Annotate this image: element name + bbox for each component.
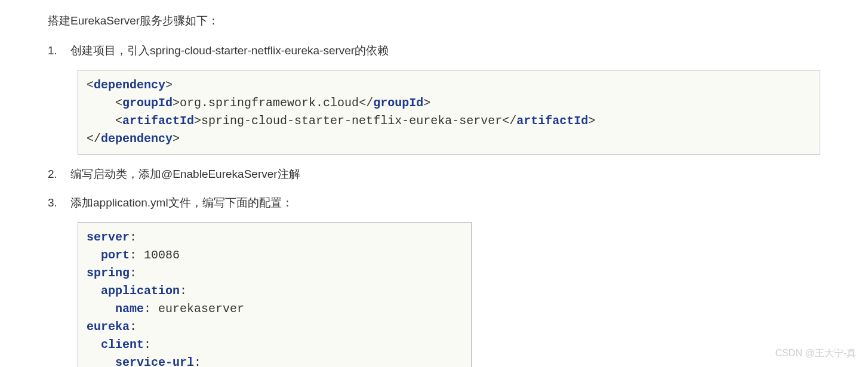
- step-1: 1. 创建项目，引入spring-cloud-starter-netflix-e…: [48, 42, 820, 154]
- step-1-text: 创建项目，引入spring-cloud-starter-netflix-eure…: [70, 42, 820, 60]
- step-3-header: 3. 添加application.yml文件，编写下面的配置：: [48, 194, 820, 212]
- xml-code-block: <dependency> <groupId>org.springframewor…: [78, 70, 820, 155]
- yaml-key: spring: [87, 266, 130, 280]
- step-1-header: 1. 创建项目，引入spring-cloud-starter-netflix-e…: [48, 42, 820, 60]
- xml-tag: groupId: [122, 96, 173, 110]
- yaml-key: eureka: [87, 320, 130, 334]
- xml-value: org.springframework.cloud: [180, 96, 359, 110]
- step-3: 3. 添加application.yml文件，编写下面的配置： server: …: [48, 194, 820, 367]
- xml-tag: dependency: [101, 132, 173, 146]
- yaml-key: port: [101, 248, 130, 262]
- step-3-number: 3.: [48, 194, 64, 212]
- intro-text: 搭建EurekaServer服务步骤如下：: [48, 12, 820, 30]
- step-3-text: 添加application.yml文件，编写下面的配置：: [70, 194, 820, 212]
- yaml-key: service-url: [115, 356, 194, 367]
- step-1-number: 1.: [48, 42, 64, 60]
- xml-tag: groupId: [373, 96, 423, 110]
- yaml-key: name: [115, 302, 144, 316]
- watermark: CSDN @王大宁-真: [775, 346, 856, 361]
- xml-value: spring-cloud-starter-netflix-eureka-serv…: [201, 114, 502, 128]
- yaml-key: server: [87, 230, 130, 244]
- step-2-header: 2. 编写启动类，添加@EnableEurekaServer注解: [48, 165, 820, 183]
- xml-tag: artifactId: [122, 114, 194, 128]
- step-2-number: 2.: [48, 165, 64, 183]
- xml-tag: artifactId: [516, 114, 588, 128]
- xml-tag: dependency: [94, 78, 165, 92]
- yaml-key: application: [101, 284, 180, 298]
- yaml-value: 10086: [137, 248, 180, 262]
- step-2: 2. 编写启动类，添加@EnableEurekaServer注解: [48, 165, 820, 183]
- yaml-key: client: [101, 338, 144, 351]
- step-2-text: 编写启动类，添加@EnableEurekaServer注解: [70, 165, 820, 183]
- yaml-value: eurekaserver: [151, 302, 244, 316]
- yaml-code-block: server: port: 10086 spring: application:…: [78, 222, 472, 367]
